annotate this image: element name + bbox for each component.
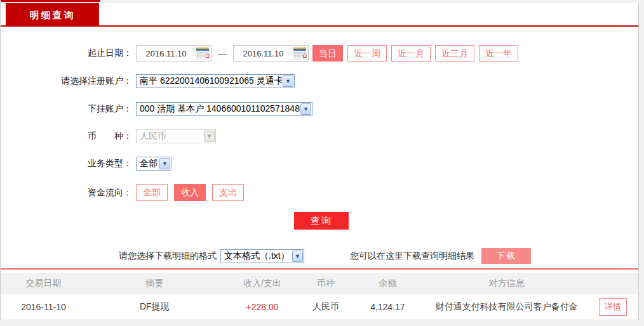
sub-account-value: 000 活期 基本户 1406600101102571848 [137, 103, 300, 115]
calendar-icon[interactable] [293, 47, 307, 60]
cell-counterparty: 财付通支付科技有限公司客户备付金 [426, 301, 587, 313]
download-format-select[interactable]: 文本格式（.txt） ▼ [220, 249, 304, 263]
cell-date: 2016-11-10 [1, 302, 86, 312]
chevron-down-icon[interactable]: ▼ [159, 158, 170, 169]
currency-select: 人民币 ▼ [136, 129, 216, 143]
detail-query-page: { "tab": { "label": "明细查询" }, "form": { … [0, 0, 644, 326]
chevron-down-icon[interactable]: ▼ [300, 103, 311, 115]
date-range-label: 起止日期： [1, 48, 132, 59]
quick-range-year-button[interactable]: 近一年 [479, 45, 518, 62]
col-header-summary: 摘要 [86, 278, 223, 289]
register-account-label: 请选择注册账户： [1, 75, 132, 87]
col-header-currency: 币种 [302, 278, 350, 289]
chevron-down-icon[interactable]: ▼ [292, 251, 303, 262]
currency-value: 人民币 [137, 131, 203, 142]
download-format-label: 请您选择下载明细的格式 [119, 251, 217, 262]
sub-account-row: 下挂账户： 000 活期 基本户 1406600101102571848 ▼ [1, 102, 638, 116]
quick-range-quarter-button[interactable]: 近三月 [435, 45, 474, 62]
content-card: 明细查询 起止日期： 2016.11.10 [0, 3, 639, 320]
date-range-row: 起止日期： 2016.11.10 — [1, 45, 638, 62]
date-range-separator: — [218, 48, 227, 58]
chevron-down-icon[interactable]: ▼ [283, 75, 293, 87]
cell-amount: +228.00 [223, 302, 302, 312]
fund-flow-label: 资金流向： [1, 187, 132, 199]
sub-account-label: 下挂账户： [1, 103, 132, 115]
tab-bar: 明细查询 [1, 3, 638, 27]
business-type-select[interactable]: 全部 ▼ [136, 157, 171, 171]
download-format-value: 文本格式（.txt） [221, 251, 292, 262]
business-type-value: 全部 [137, 158, 159, 169]
cell-summary: DF提现 [86, 301, 223, 313]
query-button[interactable]: 查询 [294, 212, 349, 230]
col-header-date: 交易日期 [1, 278, 86, 289]
register-account-select[interactable]: 南平 6222001406100921065 灵通卡 ▼ [136, 74, 295, 88]
end-date-value: 2016.11.10 [234, 49, 293, 58]
calendar-icon[interactable] [196, 47, 210, 60]
query-row: 查询 [1, 212, 638, 230]
quick-range-month-button[interactable]: 近一月 [391, 45, 431, 62]
fund-flow-row: 资金流向： 全部 收入 支出 [1, 184, 638, 201]
currency-label: 币 种： [1, 131, 132, 142]
sub-account-select[interactable]: 000 活期 基本户 1406600101102571848 ▼ [136, 102, 312, 116]
col-header-amount: 收入/支出 [223, 278, 302, 289]
table-top-accent [1, 268, 638, 270]
tab-top-accent [1, 0, 100, 2]
col-header-balance: 余额 [349, 278, 426, 289]
detail-button[interactable]: 详情 [599, 298, 627, 316]
currency-row: 币 种： 人民币 ▼ [1, 129, 638, 143]
cell-currency: 人民币 [302, 301, 350, 313]
tab-detail-query[interactable]: 明细查询 [6, 3, 99, 27]
cell-actions: 详情 [587, 298, 638, 316]
table-row: 2016-11-10 DF提现 +228.00 人民币 4,124.17 财付通… [1, 294, 638, 319]
fund-flow-income-button[interactable]: 收入 [174, 184, 206, 201]
download-row: 请您选择下载明细的格式 文本格式（.txt） ▼ 您可以在这里下载查询明细结果 … [1, 248, 638, 264]
start-date-value: 2016.11.10 [137, 49, 196, 58]
col-header-counterparty: 对方信息 [426, 278, 587, 289]
business-type-row: 业务类型： 全部 ▼ [1, 157, 638, 171]
quick-range-week-button[interactable]: 近一周 [347, 45, 387, 62]
business-type-label: 业务类型： [1, 158, 132, 169]
download-button[interactable]: 下载 [481, 248, 531, 264]
cell-balance: 4,124.17 [349, 302, 426, 312]
table-header-row: 交易日期 摘要 收入/支出 币种 余额 对方信息 [1, 273, 638, 294]
fund-flow-expense-button[interactable]: 支出 [212, 184, 244, 201]
end-date-input[interactable]: 2016.11.10 [233, 45, 309, 62]
register-account-value: 南平 6222001406100921065 灵通卡 [137, 75, 282, 87]
download-hint: 您可以在这里下载查询明细结果 [350, 251, 474, 262]
quick-range-today-button[interactable]: 当日 [312, 45, 343, 62]
fund-flow-all-button[interactable]: 全部 [136, 184, 168, 201]
chevron-down-icon: ▼ [204, 131, 215, 142]
start-date-input[interactable]: 2016.11.10 [136, 45, 211, 62]
register-account-row: 请选择注册账户： 南平 6222001406100921065 灵通卡 ▼ [1, 74, 638, 88]
